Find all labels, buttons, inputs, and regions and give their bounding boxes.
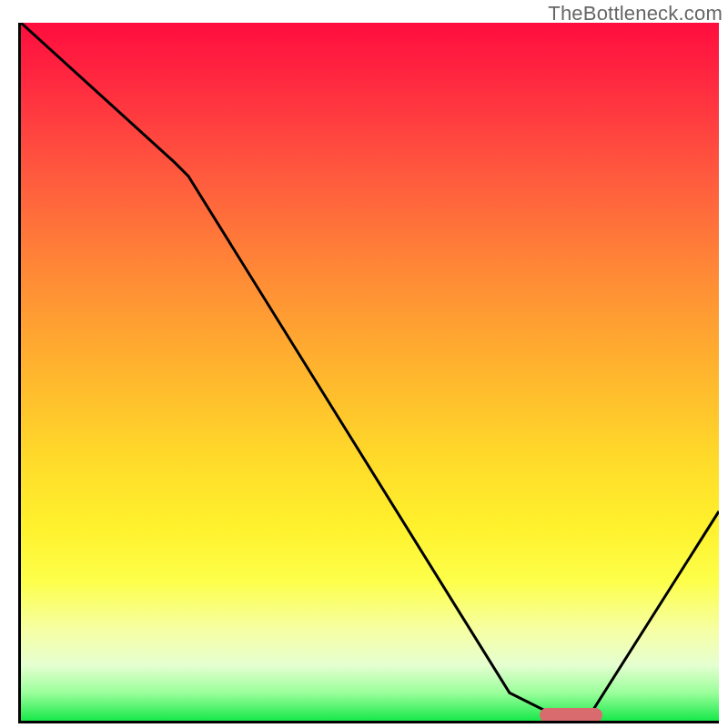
optimal-range-marker <box>540 708 602 723</box>
curve-path <box>21 23 719 721</box>
chart-stage: TheBottleneck.com <box>0 0 728 728</box>
watermark-text: TheBottleneck.com <box>548 2 723 25</box>
plot-area <box>18 23 719 723</box>
bottleneck-curve <box>21 23 719 721</box>
